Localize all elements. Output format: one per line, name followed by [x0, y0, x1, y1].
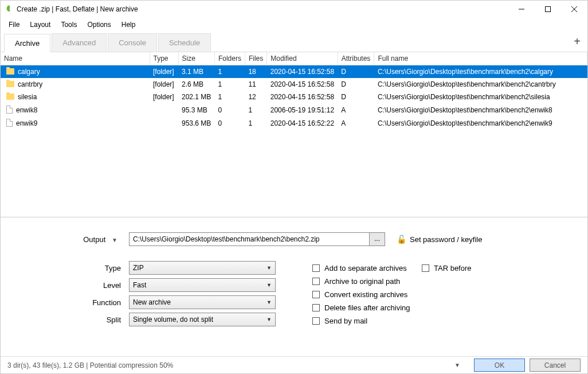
folder-icon	[6, 81, 14, 87]
minimize-button[interactable]	[508, 1, 535, 18]
file-icon	[6, 119, 13, 127]
type-label: Type	[9, 264, 129, 272]
col-size[interactable]: Size	[178, 52, 214, 65]
checkbox-mail[interactable]	[312, 317, 320, 325]
table-row[interactable]: silesia[folder]202.1 MB1122020-04-15 16:…	[1, 91, 587, 103]
split-combo[interactable]: Single volume, do not split▼	[129, 313, 276, 326]
checkbox-original[interactable]	[312, 278, 320, 285]
options-column-1: Add to separate archives Archive to orig…	[312, 264, 410, 330]
chevron-down-icon: ▼	[266, 282, 272, 288]
table-row[interactable]: calgary[folder]3.1 MB1182020-04-15 16:52…	[1, 65, 587, 79]
file-icon	[6, 106, 13, 114]
output-label: Output	[83, 235, 105, 244]
menu-help[interactable]: Help	[117, 19, 140, 30]
set-password-link[interactable]: Set password / keyfile	[410, 235, 482, 244]
menubar: File Layout Tools Options Help	[1, 18, 587, 32]
chevron-down-icon: ▼	[266, 317, 272, 322]
file-table: Name Type Size Folders Files Modified At…	[1, 52, 587, 217]
tab-advanced[interactable]: Advanced	[52, 33, 107, 52]
chevron-down-icon: ▼	[266, 265, 272, 271]
menu-file[interactable]: File	[4, 19, 24, 30]
tab-console[interactable]: Console	[108, 33, 157, 52]
col-folders[interactable]: Folders	[214, 52, 245, 65]
type-combo[interactable]: ZIP▼	[129, 261, 276, 275]
svg-rect-1	[546, 7, 551, 12]
bottom-panel: Output ▼ ... 🔓 Set password / keyfile Ty…	[1, 217, 587, 356]
folder-icon	[6, 94, 14, 100]
tab-archive[interactable]: Archive	[4, 34, 50, 52]
function-combo[interactable]: New archive▼	[129, 295, 276, 309]
table-row[interactable]: enwik895.3 MB012006-05-19 19:51:12AC:\Us…	[1, 103, 587, 116]
checkbox-tar[interactable]	[422, 264, 429, 272]
table-row[interactable]: enwik9953.6 MB012020-04-15 16:52:22AC:\U…	[1, 116, 587, 130]
menu-tools[interactable]: Tools	[56, 19, 81, 30]
menu-layout[interactable]: Layout	[25, 19, 55, 30]
tab-schedule[interactable]: Schedule	[158, 33, 211, 52]
col-fullname[interactable]: Full name	[374, 52, 587, 65]
tabbar: Archive Advanced Console Schedule +	[1, 32, 587, 52]
col-type[interactable]: Type	[150, 52, 178, 65]
col-files[interactable]: Files	[245, 52, 266, 65]
close-button[interactable]	[561, 1, 587, 18]
level-label: Level	[9, 281, 129, 290]
cancel-button[interactable]: Cancel	[530, 359, 581, 372]
app-icon	[4, 5, 13, 14]
browse-button[interactable]: ...	[369, 232, 385, 246]
col-attributes[interactable]: Attributes	[338, 52, 374, 65]
chevron-down-icon: ▼	[266, 299, 272, 305]
table-row[interactable]: cantrbry[folder]2.6 MB1112020-04-15 16:5…	[1, 78, 587, 91]
chevron-down-icon[interactable]: ▼	[112, 237, 117, 243]
split-label: Split	[9, 315, 129, 324]
checkbox-delete[interactable]	[312, 304, 320, 311]
menu-options[interactable]: Options	[83, 19, 115, 30]
level-combo[interactable]: Fast▼	[129, 278, 276, 292]
checkbox-separate[interactable]	[312, 264, 320, 272]
window-title: Create .zip | Fast, Deflate | New archiv…	[17, 5, 508, 13]
lock-icon: 🔓	[397, 235, 406, 244]
output-input[interactable]	[129, 232, 370, 246]
folder-icon	[6, 68, 14, 75]
add-button[interactable]: +	[574, 35, 581, 48]
ok-button[interactable]: OK	[474, 359, 525, 372]
checkbox-convert[interactable]	[312, 291, 320, 298]
maximize-button[interactable]	[535, 1, 561, 18]
chevron-down-icon[interactable]: ▼	[454, 362, 460, 368]
status-text: 3 dir(s), 43 file(s), 1.2 GB | Potential…	[7, 361, 173, 369]
col-modified[interactable]: Modified	[267, 52, 338, 65]
col-name[interactable]: Name	[1, 52, 150, 65]
options-column-2: TAR before	[422, 264, 472, 277]
statusbar: 3 dir(s), 43 file(s), 1.2 GB | Potential…	[1, 356, 587, 373]
function-label: Function	[9, 298, 129, 307]
titlebar: Create .zip | Fast, Deflate | New archiv…	[1, 1, 587, 18]
